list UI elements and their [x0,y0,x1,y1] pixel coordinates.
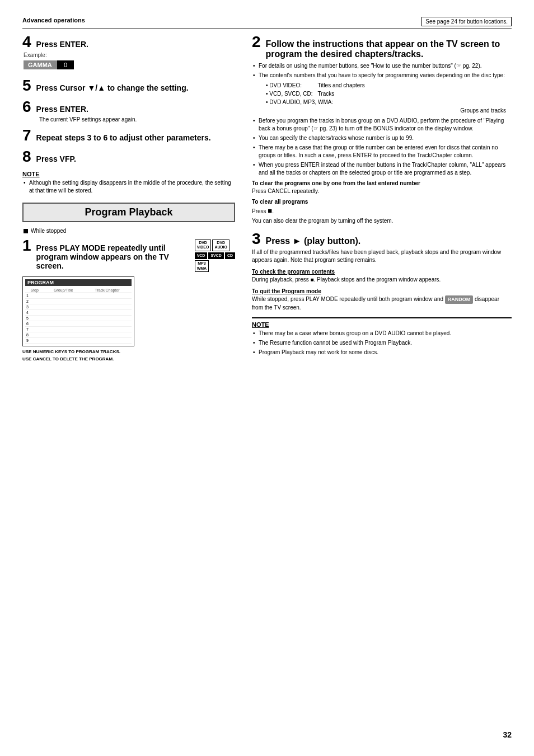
program-screen-title: PROGRAM [25,279,132,286]
step-2-bullets: For details on using the number buttons,… [252,62,512,79]
to-clear-all-title: To clear all programs [252,199,512,205]
badge-vcd: VCD [195,252,208,259]
left-note-item: Although the setting display disappears … [22,179,235,195]
step-2-bullet-2: The content's numbers that you have to s… [252,72,512,79]
step-1-row: 1 Press PLAY MODE repeatedly until progr… [22,238,235,272]
right-note-item-3: Program Playback may not work for some d… [252,349,512,356]
table-row: 7 [25,327,132,332]
screen-note-2: USE CANCEL TO DELETE THE PROGRAM. [22,356,235,361]
program-table: Step Group/Title Track/Chapter 1 2 3 4 5… [25,288,132,344]
to-quit-title: To quit the Program mode [252,288,512,294]
to-quit-text: While stopped, press PLAY MODE repeatedl… [252,295,512,312]
program-playback-section: Program Playback [22,203,235,222]
col-track-chapter: Track/Chapter [83,288,132,293]
to-check-title: To check the program contents [252,269,512,275]
step-4-title: Press ENTER. [36,40,88,49]
step-6-title: Press ENTER. [36,105,88,114]
col-step: Step [25,288,44,293]
gamma-value: 0 [57,60,74,69]
step-5-title: Press Cursor ▼/▲ to change the setting. [36,83,189,92]
step-2-bullet-5: There may be a case that the group or ti… [252,144,512,159]
step-6-body: The current VFP settings appear again. [39,116,235,123]
random-badge: RANDOM [445,295,474,304]
page-ref: See page 24 for button locations. [421,17,512,26]
badge-dvd-audio: DVDAUDIO [212,240,229,251]
step-2-bullet-3: Before you program the tracks in bonus g… [252,117,512,133]
table-row: 5 [25,316,132,321]
to-clear-all-text: Press ■. [252,206,512,216]
step-6-header: 6 Press ENTER. [22,100,235,115]
step-4-number: 4 [22,35,31,49]
section-box-title: Program Playback [29,206,228,218]
step-1-title: Press PLAY MODE repeatedly until program… [36,243,189,270]
to-clear-all-extra: You can also clear the program by turnin… [252,217,512,225]
step-2-bullet-1: For details on using the number buttons,… [252,62,512,70]
to-check-text: During playback, press ■. Playback stops… [252,276,512,284]
disc-type-list: • DVD VIDEO: Titles and chapters • VCD, … [266,81,512,115]
program-table-body: 1 2 3 4 5 6 7 8 9 [25,293,132,344]
two-column-layout: 4 Press ENTER. Example: GAMMA 0 5 Press … [22,35,512,367]
step-2-bullets-2: Before you program the tracks in bonus g… [252,117,512,177]
table-row: 2 [25,299,132,304]
step-5-block: 5 Press Cursor ▼/▲ to change the setting… [22,78,235,94]
program-table-header: Step Group/Title Track/Chapter [25,288,132,293]
step-1-block: 1 Press PLAY MODE repeatedly until progr… [22,238,235,361]
table-row: 3 [25,304,132,310]
step-1-number: 1 [22,238,31,252]
step-5-header: 5 Press Cursor ▼/▲ to change the setting… [22,78,235,94]
right-note-item-2: The Resume function cannot be used with … [252,339,512,347]
disc-type-dvd-video: • DVD VIDEO: Titles and chapters [266,81,512,90]
while-stopped: While stopped [24,228,235,234]
right-column: 2 Follow the instructions that appear on… [252,35,512,367]
black-square-icon [24,229,28,233]
left-note-title: NOTE [22,171,235,177]
disc-row-2: VCD SVCD CD [195,252,235,259]
step-7-number: 7 [22,128,31,142]
badge-cd: CD [225,252,235,259]
example-label: Example: [24,52,235,58]
step-2-header: 2 Follow the instructions that appear on… [252,35,512,59]
section-title: Advanced operations [22,17,85,24]
disc-row-3: MP3WMA [195,260,235,272]
program-screen: PROGRAM Step Group/Title Track/Chapter 1… [22,276,134,346]
gamma-label: GAMMA [24,60,57,69]
step-8-title: Press VFP. [36,154,76,163]
step-2-number: 2 [252,35,261,49]
step-5-number: 5 [22,78,31,92]
col-group-title: Group/Title [44,288,83,293]
right-note-item-1: There may be a case where bonus group on… [252,330,512,337]
disc-row-1: DVDVIDEO DVDAUDIO [195,240,235,251]
step-1-text: 1 Press PLAY MODE repeatedly until progr… [22,238,189,272]
right-note: NOTE There may be a case where bonus gro… [252,317,512,356]
step-2-bullet-6: When you press ENTER instead of the numb… [252,161,512,177]
step-7-block: 7 Repeat steps 3 to 6 to adjust other pa… [22,128,235,144]
while-stopped-label: While stopped [31,228,66,234]
step-3-title: Press ► (play button). [266,236,361,246]
right-note-list: There may be a case where bonus group on… [252,330,512,356]
step-4-header: 4 Press ENTER. [22,35,235,50]
step-8-header: 8 Press VFP. [22,149,235,165]
step-3-block: 3 Press ► (play button). If all of the p… [252,232,512,356]
step-3-body: If all of the programmed tracks/files ha… [252,248,512,264]
right-note-title: NOTE [252,321,512,328]
screen-note-1: USE NUMERIC KEYS TO PROGRAM TRACKS. [22,349,235,354]
badge-mp3: MP3WMA [195,260,209,272]
disc-type-dvd-audio: • DVD AUDIO, MP3, WMA: [266,98,512,106]
step-6-number: 6 [22,100,31,114]
to-quit-text-1: While stopped, press PLAY MODE repeatedl… [252,296,445,302]
table-row: 1 [25,293,132,299]
step-7-title: Repeat steps 3 to 6 to adjust other para… [36,133,211,142]
left-note: NOTE Although the setting display disapp… [22,171,235,195]
disc-badges: DVDVIDEO DVDAUDIO VCD SVCD CD MP3WMA [195,240,235,272]
step-2-block: 2 Follow the instructions that appear on… [252,35,512,226]
top-bar: Advanced operations See page 24 for butt… [22,17,512,29]
gamma-box: GAMMA 0 [24,60,235,69]
step-4-block: 4 Press ENTER. Example: GAMMA 0 [22,35,235,73]
step-7-header: 7 Repeat steps 3 to 6 to adjust other pa… [22,128,235,144]
disc-type-vcd: • VCD, SVCD, CD: Tracks [266,90,512,98]
table-row: 9 [25,338,132,344]
badge-dvd-video: DVDVIDEO [195,240,212,251]
page: Advanced operations See page 24 for butt… [0,0,534,756]
step-1-header: 1 Press PLAY MODE repeatedly until progr… [22,238,189,272]
step-2-bullet-4: You can specify the chapters/tracks whos… [252,134,512,142]
